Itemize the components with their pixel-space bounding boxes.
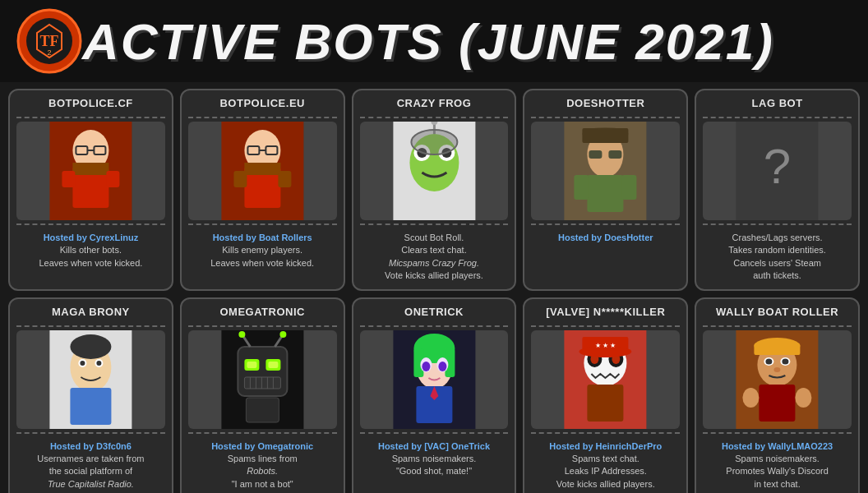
svg-rect-20 [233,171,247,187]
bot-image [188,330,337,429]
dashed-divider-top [16,117,165,118]
dashed-divider-top [360,325,509,327]
svg-text:?: ? [764,139,791,194]
svg-point-48 [80,361,85,366]
bot-card-maga-brony: MAGA BRONY Hosted by D3fc0n6Usernames ar… [8,297,173,493]
bot-card-title: DOESHOTTER [566,97,644,109]
dashed-divider-top [16,325,165,327]
bot-image [703,330,852,429]
dashed-divider-top [360,117,509,118]
svg-rect-97 [760,385,796,422]
bot-description: Hosted by HeinrichDerProSpams text chat.… [549,440,662,491]
bot-description: Crashes/Lags servers.Takes random identi… [728,232,826,283]
svg-text:2: 2 [47,48,51,57]
dashed-divider-bottom [703,432,852,434]
bot-image [16,122,165,220]
bot-card-valve-killer: [VALVE] N*****KILLER ★ ★ ★ Hosted by Hei… [523,297,688,493]
bot-card-crazy-frog: CRAZY FROG Scout Bot Roll.Clears text ch… [352,89,517,291]
bot-description: Hosted by WallyLMAO223Spams noisemakers.… [722,440,833,493]
bot-card-omegatronic: OMEGATRONIC Hosted by OmegatronicSp [180,297,345,493]
svg-point-74 [422,362,430,371]
bot-description: Hosted by Boat RollersKills enemy player… [210,232,314,270]
bot-card-title: BOTPOLICE.CF [48,97,133,109]
svg-text:★ ★ ★: ★ ★ ★ [595,342,616,349]
svg-point-95 [783,358,789,364]
bot-card-botpolice-eu: BOTPOLICE.EU Hosted by Boat RollersKills… [180,89,345,291]
bot-description: Hosted by OmegatronicSpams lines from Ro… [209,440,315,493]
bot-image [531,122,680,220]
dashed-divider-bottom [360,223,509,225]
svg-rect-7 [72,163,108,175]
bot-card-title: WALLY BOAT ROLLER [716,306,838,318]
dashed-divider-bottom [531,223,680,225]
tf2-logo: TF 2 [16,8,82,74]
svg-rect-16 [244,163,280,175]
dashed-divider-bottom [703,223,852,225]
svg-rect-54 [247,362,256,368]
svg-point-65 [279,331,286,338]
svg-rect-36 [609,150,622,159]
svg-point-96 [774,367,781,372]
bot-card-title: OMEGATRONIC [219,306,304,318]
bot-card-title: ONETRICK [404,306,464,318]
dashed-divider-top [531,325,680,327]
svg-point-99 [796,388,812,408]
bot-card-title: LAG BOT [752,97,803,109]
bot-image [188,122,337,220]
svg-point-94 [766,358,773,364]
bot-description: Hosted by DoesHotter [558,232,653,244]
bot-card-lag-bot: LAG BOT ? Crashes/Lags servers.Takes ran… [695,89,860,291]
svg-rect-34 [583,128,629,143]
svg-rect-66 [246,398,279,422]
svg-rect-35 [589,150,603,159]
svg-rect-91 [755,343,801,355]
svg-rect-87 [588,385,624,422]
bot-card-onetrick: ONETRICK Hosted by [VAC] OneTrickSpams n… [352,297,517,493]
bot-card-botpolice-cf: BOTPOLICE.CF Hosted by CyrexLinuzKills o… [8,89,173,291]
page-title: ACTIVE BOTS (June 2021) [82,12,774,71]
header: TF 2 ACTIVE BOTS (June 2021) [0,0,868,82]
bot-card-title: [VALVE] N*****KILLER [546,306,665,318]
bot-description: Hosted by CyrexLinuzKills other bots.Lea… [39,232,142,270]
bot-image: ★ ★ ★ [531,330,680,429]
dashed-divider-bottom [16,223,165,225]
dashed-divider-bottom [188,432,337,434]
dashed-divider-bottom [531,432,680,434]
bot-card-title: CRAZY FROG [397,97,472,109]
svg-point-30 [411,130,457,154]
bot-card-doeshotter: DOESHOTTER Hosted by DoesHotter [523,89,688,291]
svg-rect-37 [588,175,624,212]
svg-rect-44 [70,388,111,425]
bot-card-wally-boat: WALLY BOAT ROLLER Hosted by WallyLMAO223… [695,297,860,493]
dashed-divider-bottom [16,432,165,434]
dashed-divider-top [531,117,680,118]
bot-card-title: MAGA BRONY [52,306,130,318]
bot-card-title: BOTPOLICE.EU [219,97,305,109]
svg-rect-38 [575,175,589,200]
bot-image [16,330,165,429]
svg-rect-39 [622,175,637,200]
svg-rect-55 [268,362,278,368]
bot-description: Hosted by D3fc0n6Usernames are taken fro… [35,440,146,493]
svg-point-64 [238,331,245,338]
svg-point-49 [96,361,101,366]
bot-description: Hosted by [VAC] OneTrickSpams noisemaker… [378,440,490,478]
bots-grid: BOTPOLICE.CF Hosted by CyrexLinuzKills o… [0,82,868,493]
dashed-divider-top [188,117,337,118]
svg-rect-11 [62,171,75,187]
bot-image [360,330,509,429]
bot-description: Scout Bot Roll.Clears text chat.Micspams… [385,232,483,283]
bot-image: ? [703,122,852,220]
dashed-divider-top [703,117,852,118]
svg-text:TF: TF [39,33,58,49]
dashed-divider-top [703,325,852,327]
dashed-divider-top [188,325,337,327]
bot-image [360,122,509,220]
svg-point-45 [70,334,111,359]
svg-rect-21 [278,171,291,187]
svg-rect-12 [106,171,119,187]
svg-point-75 [438,362,446,371]
dashed-divider-bottom [360,432,509,434]
svg-point-98 [743,388,760,408]
dashed-divider-bottom [188,223,337,225]
